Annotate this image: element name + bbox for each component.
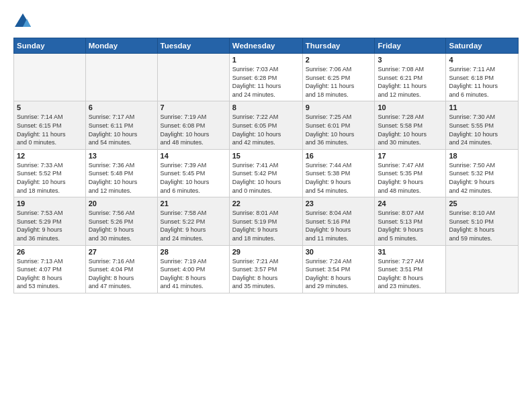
day-number: 29 [232, 248, 300, 256]
weekday-header-thursday: Thursday [302, 38, 375, 54]
day-number: 1 [232, 56, 300, 64]
day-info: Sunrise: 7:25 AMSunset: 6:01 PMDaylight:… [306, 113, 372, 146]
day-info: Sunrise: 8:04 AMSunset: 5:16 PMDaylight:… [306, 209, 372, 242]
calendar-cell: 12Sunrise: 7:33 AMSunset: 5:52 PMDayligh… [14, 149, 86, 197]
calendar-cell: 15Sunrise: 7:41 AMSunset: 5:42 PMDayligh… [229, 149, 302, 197]
calendar-cell: 25Sunrise: 8:10 AMSunset: 5:10 PMDayligh… [446, 197, 519, 245]
logo [13, 12, 35, 31]
calendar-cell: 17Sunrise: 7:47 AMSunset: 5:35 PMDayligh… [375, 149, 446, 197]
day-number: 26 [17, 248, 83, 256]
page: SundayMondayTuesdayWednesdayThursdayFrid… [0, 0, 532, 411]
day-number: 10 [378, 103, 443, 111]
day-number: 9 [306, 103, 372, 111]
day-info: Sunrise: 7:03 AMSunset: 6:28 PMDaylight:… [232, 65, 300, 99]
day-number: 12 [17, 152, 83, 160]
day-info: Sunrise: 7:06 AMSunset: 6:25 PMDaylight:… [306, 65, 372, 99]
calendar-cell: 30Sunrise: 7:24 AMSunset: 3:54 PMDayligh… [302, 245, 375, 293]
day-number: 4 [449, 56, 515, 64]
day-info: Sunrise: 7:19 AMSunset: 4:00 PMDaylight:… [161, 257, 226, 291]
weekday-header-tuesday: Tuesday [157, 38, 229, 54]
calendar-cell: 7Sunrise: 7:19 AMSunset: 6:08 PMDaylight… [157, 101, 229, 149]
day-number: 16 [306, 152, 372, 160]
day-info: Sunrise: 8:07 AMSunset: 5:13 PMDaylight:… [378, 209, 443, 242]
calendar-cell: 31Sunrise: 7:27 AMSunset: 3:51 PMDayligh… [375, 245, 446, 293]
day-info: Sunrise: 7:14 AMSunset: 6:15 PMDaylight:… [17, 113, 83, 146]
day-info: Sunrise: 7:36 AMSunset: 5:48 PMDaylight:… [89, 161, 154, 195]
day-info: Sunrise: 7:13 AMSunset: 4:07 PMDaylight:… [17, 257, 83, 291]
day-number: 13 [89, 152, 154, 160]
day-info: Sunrise: 7:16 AMSunset: 4:04 PMDaylight:… [89, 257, 154, 291]
calendar-cell: 1Sunrise: 7:03 AMSunset: 6:28 PMDaylight… [229, 54, 302, 101]
day-number: 14 [161, 152, 226, 160]
day-info: Sunrise: 7:08 AMSunset: 6:21 PMDaylight:… [378, 65, 443, 99]
calendar-cell: 13Sunrise: 7:36 AMSunset: 5:48 PMDayligh… [85, 149, 157, 197]
day-info: Sunrise: 7:17 AMSunset: 6:11 PMDaylight:… [89, 113, 154, 146]
calendar-week-row: 26Sunrise: 7:13 AMSunset: 4:07 PMDayligh… [14, 245, 519, 293]
day-number: 23 [306, 199, 372, 208]
day-info: Sunrise: 7:22 AMSunset: 6:05 PMDaylight:… [232, 113, 300, 146]
calendar-cell: 28Sunrise: 7:19 AMSunset: 4:00 PMDayligh… [157, 245, 229, 293]
day-number: 28 [161, 248, 226, 256]
day-number: 22 [232, 199, 300, 208]
calendar-cell: 23Sunrise: 8:04 AMSunset: 5:16 PMDayligh… [302, 197, 375, 245]
day-info: Sunrise: 7:27 AMSunset: 3:51 PMDaylight:… [378, 257, 443, 291]
weekday-header-monday: Monday [85, 38, 157, 54]
calendar-cell: 18Sunrise: 7:50 AMSunset: 5:32 PMDayligh… [446, 149, 519, 197]
day-number: 31 [378, 248, 443, 256]
day-info: Sunrise: 8:10 AMSunset: 5:10 PMDaylight:… [449, 209, 515, 242]
calendar-cell: 9Sunrise: 7:25 AMSunset: 6:01 PMDaylight… [302, 101, 375, 149]
day-info: Sunrise: 7:41 AMSunset: 5:42 PMDaylight:… [232, 161, 300, 195]
calendar-cell: 4Sunrise: 7:11 AMSunset: 6:18 PMDaylight… [446, 54, 519, 101]
day-number: 25 [449, 199, 515, 208]
day-info: Sunrise: 7:39 AMSunset: 5:45 PMDaylight:… [161, 161, 226, 195]
weekday-header-sunday: Sunday [14, 38, 86, 54]
calendar-cell: 21Sunrise: 7:58 AMSunset: 5:22 PMDayligh… [157, 197, 229, 245]
day-info: Sunrise: 7:30 AMSunset: 5:55 PMDaylight:… [449, 113, 515, 146]
weekday-header-row: SundayMondayTuesdayWednesdayThursdayFrid… [14, 38, 519, 54]
day-info: Sunrise: 7:19 AMSunset: 6:08 PMDaylight:… [161, 113, 226, 146]
weekday-header-saturday: Saturday [446, 38, 519, 54]
header [13, 12, 519, 31]
calendar-cell: 20Sunrise: 7:56 AMSunset: 5:26 PMDayligh… [85, 197, 157, 245]
calendar-cell: 8Sunrise: 7:22 AMSunset: 6:05 PMDaylight… [229, 101, 302, 149]
day-info: Sunrise: 7:28 AMSunset: 5:58 PMDaylight:… [378, 113, 443, 146]
day-number: 20 [89, 199, 154, 208]
calendar-week-row: 12Sunrise: 7:33 AMSunset: 5:52 PMDayligh… [14, 149, 519, 197]
calendar-week-row: 1Sunrise: 7:03 AMSunset: 6:28 PMDaylight… [14, 54, 519, 101]
day-number: 15 [232, 152, 300, 160]
day-info: Sunrise: 7:58 AMSunset: 5:22 PMDaylight:… [161, 209, 226, 242]
calendar-cell: 19Sunrise: 7:53 AMSunset: 5:29 PMDayligh… [14, 197, 86, 245]
day-number: 21 [161, 199, 226, 208]
day-number: 5 [17, 103, 83, 111]
day-info: Sunrise: 7:11 AMSunset: 6:18 PMDaylight:… [449, 65, 515, 99]
calendar-cell: 26Sunrise: 7:13 AMSunset: 4:07 PMDayligh… [14, 245, 86, 293]
calendar-cell [14, 54, 86, 101]
calendar-cell: 27Sunrise: 7:16 AMSunset: 4:04 PMDayligh… [85, 245, 157, 293]
calendar-cell: 2Sunrise: 7:06 AMSunset: 6:25 PMDaylight… [302, 54, 375, 101]
day-info: Sunrise: 7:47 AMSunset: 5:35 PMDaylight:… [378, 161, 443, 195]
calendar-cell: 14Sunrise: 7:39 AMSunset: 5:45 PMDayligh… [157, 149, 229, 197]
day-number: 6 [89, 103, 154, 111]
day-number: 11 [449, 103, 515, 111]
calendar-cell: 11Sunrise: 7:30 AMSunset: 5:55 PMDayligh… [446, 101, 519, 149]
calendar-cell: 3Sunrise: 7:08 AMSunset: 6:21 PMDaylight… [375, 54, 446, 101]
day-number: 2 [306, 56, 372, 64]
calendar-cell: 22Sunrise: 8:01 AMSunset: 5:19 PMDayligh… [229, 197, 302, 245]
logo-icon [13, 12, 32, 31]
weekday-header-friday: Friday [375, 38, 446, 54]
calendar-week-row: 5Sunrise: 7:14 AMSunset: 6:15 PMDaylight… [14, 101, 519, 149]
day-number: 30 [306, 248, 372, 256]
calendar-cell [157, 54, 229, 101]
calendar-cell: 6Sunrise: 7:17 AMSunset: 6:11 PMDaylight… [85, 101, 157, 149]
day-number: 18 [449, 152, 515, 160]
calendar-cell: 10Sunrise: 7:28 AMSunset: 5:58 PMDayligh… [375, 101, 446, 149]
calendar-cell: 16Sunrise: 7:44 AMSunset: 5:38 PMDayligh… [302, 149, 375, 197]
day-number: 24 [378, 199, 443, 208]
day-info: Sunrise: 7:53 AMSunset: 5:29 PMDaylight:… [17, 209, 83, 242]
day-info: Sunrise: 7:44 AMSunset: 5:38 PMDaylight:… [306, 161, 372, 195]
calendar-cell: 5Sunrise: 7:14 AMSunset: 6:15 PMDaylight… [14, 101, 86, 149]
day-number: 7 [161, 103, 226, 111]
day-number: 19 [17, 199, 83, 208]
calendar-cell: 29Sunrise: 7:21 AMSunset: 3:57 PMDayligh… [229, 245, 302, 293]
day-info: Sunrise: 7:24 AMSunset: 3:54 PMDaylight:… [306, 257, 372, 291]
